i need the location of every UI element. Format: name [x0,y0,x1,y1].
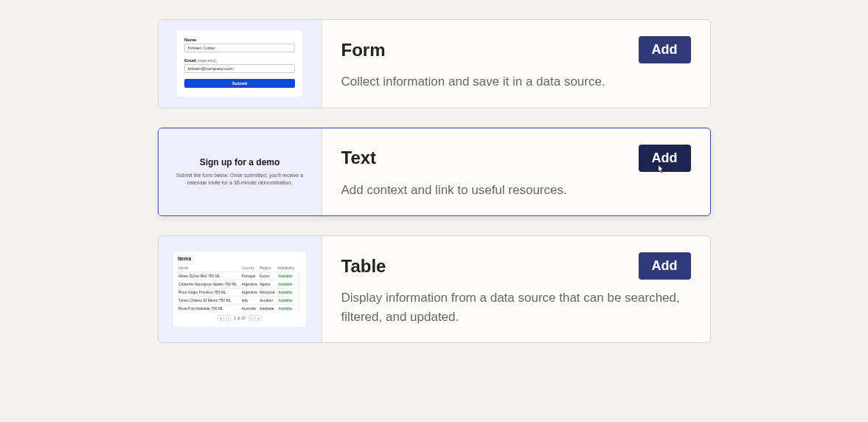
card-content-table: Table Add Display information from a dat… [322,236,710,342]
add-button-text[interactable]: Add [639,145,691,172]
add-button-table[interactable]: Add [639,252,691,280]
component-card-table: Items NameCountryRegionAvailability Abre… [158,235,711,343]
thumbnail-text-heading: Sign up for a demo [170,157,310,167]
thumbnail-form-preview: Name Kristen Cutter Email (required) kri… [177,30,302,97]
add-button-form[interactable]: Add [639,36,691,63]
card-title-text: Text [341,148,377,168]
thumbnail-table-row: Torres Chileno El Merlot 750 MLItalyAsol… [178,297,302,305]
thumbnail-table-col: Availability [277,264,296,272]
component-card-text: Sign up for a demo Submit the form below… [158,128,711,217]
thumbnail-form-name-value: Kristen Cutter [184,44,295,52]
thumbnail-table-row: Rosé Port Adelaide 750 MLAustraliaAdelai… [178,305,302,313]
thumbnail-table-pager: « ‹ 1 of 10 › » [178,315,302,321]
card-content-form: Form Add Collect information and save it… [322,20,710,108]
thumbnail-table-col: Region [259,264,277,272]
thumbnail-form-email-label: Email (required) [184,58,295,63]
thumbnail-table: Items NameCountryRegionAvailability Abre… [159,236,322,342]
card-title-table: Table [341,256,386,277]
thumbnail-table-grid: NameCountryRegionAvailability Abreu Sylv… [178,264,302,312]
thumbnail-table-row: Pinot Grigio Primitivo 750 MLArgentinaMe… [178,288,302,297]
card-description-table: Display information from a data source t… [341,288,691,326]
thumbnail-form-submit: Submit [184,79,295,88]
thumbnail-table-heading: Items [178,256,302,261]
thumbnail-text-preview: Sign up for a demo Submit the form below… [170,157,310,187]
thumbnail-form: Name Kristen Cutter Email (required) kri… [159,20,322,108]
thumbnail-table-col: Country [240,264,259,272]
card-title-form: Form [341,40,386,60]
thumbnail-text: Sign up for a demo Submit the form below… [159,128,322,216]
thumbnail-table-col [296,264,302,272]
thumbnail-table-row: Cabernet Sauvignon Agrelo 750 MLArgentin… [178,280,302,288]
card-description-form: Collect information and save it in a dat… [341,72,691,91]
card-content-text: Text Add Add context and link to useful … [322,128,710,216]
thumbnail-table-col: Name [178,264,240,272]
component-list: Name Kristen Cutter Email (required) kri… [0,0,868,343]
thumbnail-table-preview: Items NameCountryRegionAvailability Abre… [173,252,306,327]
thumbnail-table-row: Abreu Sylvia Red 750 MLPortugalDouroAvai… [178,272,302,280]
thumbnail-form-name-label: Name [184,38,295,42]
card-description-text: Add context and link to useful resources… [341,181,691,200]
component-card-form: Name Kristen Cutter Email (required) kri… [158,19,711,108]
thumbnail-form-email-value: kristen@company.com [184,64,295,73]
thumbnail-text-body: Submit the form below. Once submitted, y… [170,172,310,187]
